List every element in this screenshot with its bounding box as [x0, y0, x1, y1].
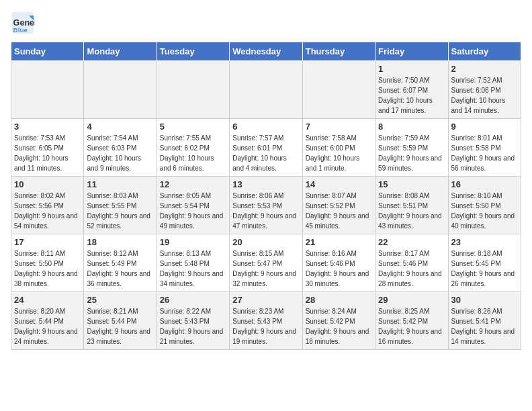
day-number: 27: [232, 295, 299, 305]
day-info: Sunrise: 8:16 AM Sunset: 5:46 PM Dayligh…: [306, 248, 372, 289]
day-info: Sunrise: 7:55 AM Sunset: 6:02 PM Dayligh…: [160, 133, 226, 173]
calendar-cell: 15Sunrise: 8:08 AM Sunset: 5:51 PM Dayli…: [375, 177, 448, 234]
day-number: 23: [451, 237, 518, 247]
day-info: Sunrise: 8:24 AM Sunset: 5:42 PM Dayligh…: [306, 306, 372, 347]
calendar-cell: 26Sunrise: 8:22 AM Sunset: 5:43 PM Dayli…: [157, 292, 229, 350]
calendar-cell: 24Sunrise: 8:20 AM Sunset: 5:44 PM Dayli…: [11, 292, 84, 350]
day-info: Sunrise: 8:17 AM Sunset: 5:46 PM Dayligh…: [378, 248, 445, 289]
calendar-cell: 21Sunrise: 8:16 AM Sunset: 5:46 PM Dayli…: [302, 234, 375, 292]
day-number: 9: [451, 122, 518, 132]
day-info: Sunrise: 8:20 AM Sunset: 5:44 PM Dayligh…: [14, 306, 81, 347]
day-number: 1: [378, 64, 445, 74]
day-number: 8: [378, 122, 445, 132]
day-info: Sunrise: 8:08 AM Sunset: 5:51 PM Dayligh…: [378, 191, 445, 231]
day-info: Sunrise: 7:59 AM Sunset: 5:59 PM Dayligh…: [378, 133, 445, 173]
day-number: 17: [14, 237, 81, 247]
day-info: Sunrise: 8:13 AM Sunset: 5:48 PM Dayligh…: [160, 248, 226, 289]
weekday-header-wednesday: Wednesday: [230, 42, 302, 61]
day-info: Sunrise: 7:57 AM Sunset: 6:01 PM Dayligh…: [232, 133, 299, 173]
day-number: 29: [378, 295, 445, 305]
calendar-cell: [11, 61, 84, 119]
weekday-header-saturday: Saturday: [448, 42, 521, 61]
weekday-header-row: SundayMondayTuesdayWednesdayThursdayFrid…: [11, 42, 521, 61]
calendar-week-2: 10Sunrise: 8:02 AM Sunset: 5:56 PM Dayli…: [11, 177, 521, 234]
calendar-cell: 29Sunrise: 8:25 AM Sunset: 5:42 PM Dayli…: [375, 292, 448, 350]
calendar-cell: 11Sunrise: 8:03 AM Sunset: 5:55 PM Dayli…: [84, 177, 157, 234]
day-number: 26: [160, 295, 226, 305]
weekday-header-monday: Monday: [84, 42, 157, 61]
calendar-cell: 6Sunrise: 7:57 AM Sunset: 6:01 PM Daylig…: [230, 119, 302, 177]
calendar-cell: 4Sunrise: 7:54 AM Sunset: 6:03 PM Daylig…: [84, 119, 157, 177]
calendar-cell: 27Sunrise: 8:23 AM Sunset: 5:43 PM Dayli…: [230, 292, 302, 350]
day-info: Sunrise: 8:15 AM Sunset: 5:47 PM Dayligh…: [232, 248, 299, 289]
calendar-cell: 14Sunrise: 8:07 AM Sunset: 5:52 PM Dayli…: [302, 177, 375, 234]
day-number: 20: [232, 237, 299, 247]
calendar-cell: 1Sunrise: 7:50 AM Sunset: 6:07 PM Daylig…: [375, 61, 448, 119]
calendar-cell: 8Sunrise: 7:59 AM Sunset: 5:59 PM Daylig…: [375, 119, 448, 177]
logo: General Blue: [11, 11, 38, 35]
day-number: 24: [14, 295, 81, 305]
day-info: Sunrise: 8:06 AM Sunset: 5:53 PM Dayligh…: [232, 191, 299, 231]
day-number: 15: [378, 179, 445, 189]
calendar-cell: 30Sunrise: 8:26 AM Sunset: 5:41 PM Dayli…: [448, 292, 521, 350]
day-number: 25: [87, 295, 153, 305]
page: General Blue SundayMondayTuesdayWednesda…: [0, 0, 532, 361]
calendar-cell: 16Sunrise: 8:10 AM Sunset: 5:50 PM Dayli…: [448, 177, 521, 234]
day-info: Sunrise: 8:01 AM Sunset: 5:58 PM Dayligh…: [451, 133, 518, 173]
day-info: Sunrise: 8:12 AM Sunset: 5:49 PM Dayligh…: [87, 248, 153, 289]
calendar-cell: 5Sunrise: 7:55 AM Sunset: 6:02 PM Daylig…: [157, 119, 229, 177]
calendar-week-4: 24Sunrise: 8:20 AM Sunset: 5:44 PM Dayli…: [11, 292, 521, 350]
day-info: Sunrise: 8:02 AM Sunset: 5:56 PM Dayligh…: [14, 191, 81, 231]
day-number: 4: [87, 122, 153, 132]
day-number: 14: [306, 179, 372, 189]
calendar-week-0: 1Sunrise: 7:50 AM Sunset: 6:07 PM Daylig…: [11, 61, 521, 119]
calendar-header: SundayMondayTuesdayWednesdayThursdayFrid…: [11, 42, 521, 61]
calendar-cell: 22Sunrise: 8:17 AM Sunset: 5:46 PM Dayli…: [375, 234, 448, 292]
day-number: 13: [232, 179, 299, 189]
day-info: Sunrise: 8:07 AM Sunset: 5:52 PM Dayligh…: [306, 191, 372, 231]
weekday-header-sunday: Sunday: [11, 42, 84, 61]
day-number: 22: [378, 237, 445, 247]
day-info: Sunrise: 8:03 AM Sunset: 5:55 PM Dayligh…: [87, 191, 153, 231]
day-number: 19: [160, 237, 226, 247]
day-number: 16: [451, 179, 518, 189]
calendar-table: SundayMondayTuesdayWednesdayThursdayFrid…: [11, 42, 521, 350]
weekday-header-friday: Friday: [375, 42, 448, 61]
weekday-header-tuesday: Tuesday: [157, 42, 229, 61]
calendar-cell: 2Sunrise: 7:52 AM Sunset: 6:06 PM Daylig…: [448, 61, 521, 119]
day-info: Sunrise: 7:58 AM Sunset: 6:00 PM Dayligh…: [306, 133, 372, 173]
calendar-cell: [157, 61, 229, 119]
day-info: Sunrise: 8:22 AM Sunset: 5:43 PM Dayligh…: [160, 306, 226, 347]
calendar-cell: 23Sunrise: 8:18 AM Sunset: 5:45 PM Dayli…: [448, 234, 521, 292]
weekday-header-thursday: Thursday: [302, 42, 375, 61]
day-number: 30: [451, 295, 518, 305]
calendar-cell: [230, 61, 302, 119]
calendar-cell: 13Sunrise: 8:06 AM Sunset: 5:53 PM Dayli…: [230, 177, 302, 234]
calendar-body: 1Sunrise: 7:50 AM Sunset: 6:07 PM Daylig…: [11, 61, 521, 350]
calendar-cell: 3Sunrise: 7:53 AM Sunset: 6:05 PM Daylig…: [11, 119, 84, 177]
day-number: 12: [160, 179, 226, 189]
svg-text:Blue: Blue: [13, 26, 28, 34]
day-info: Sunrise: 7:52 AM Sunset: 6:06 PM Dayligh…: [451, 75, 518, 116]
day-info: Sunrise: 8:23 AM Sunset: 5:43 PM Dayligh…: [232, 306, 299, 347]
day-info: Sunrise: 7:50 AM Sunset: 6:07 PM Dayligh…: [378, 75, 445, 116]
day-info: Sunrise: 8:26 AM Sunset: 5:41 PM Dayligh…: [451, 306, 518, 347]
day-number: 3: [14, 122, 81, 132]
calendar-cell: [302, 61, 375, 119]
calendar-cell: 9Sunrise: 8:01 AM Sunset: 5:58 PM Daylig…: [448, 119, 521, 177]
day-number: 5: [160, 122, 226, 132]
day-info: Sunrise: 8:18 AM Sunset: 5:45 PM Dayligh…: [451, 248, 518, 289]
day-info: Sunrise: 8:11 AM Sunset: 5:50 PM Dayligh…: [14, 248, 81, 289]
calendar-cell: 18Sunrise: 8:12 AM Sunset: 5:49 PM Dayli…: [84, 234, 157, 292]
calendar-cell: 28Sunrise: 8:24 AM Sunset: 5:42 PM Dayli…: [302, 292, 375, 350]
calendar-cell: 12Sunrise: 8:05 AM Sunset: 5:54 PM Dayli…: [157, 177, 229, 234]
day-number: 7: [306, 122, 372, 132]
logo-icon: General Blue: [11, 11, 35, 35]
header: General Blue: [11, 11, 521, 35]
calendar-week-3: 17Sunrise: 8:11 AM Sunset: 5:50 PM Dayli…: [11, 234, 521, 292]
day-number: 18: [87, 237, 153, 247]
day-info: Sunrise: 8:21 AM Sunset: 5:44 PM Dayligh…: [87, 306, 153, 347]
calendar-cell: 20Sunrise: 8:15 AM Sunset: 5:47 PM Dayli…: [230, 234, 302, 292]
day-number: 21: [306, 237, 372, 247]
day-number: 2: [451, 64, 518, 74]
